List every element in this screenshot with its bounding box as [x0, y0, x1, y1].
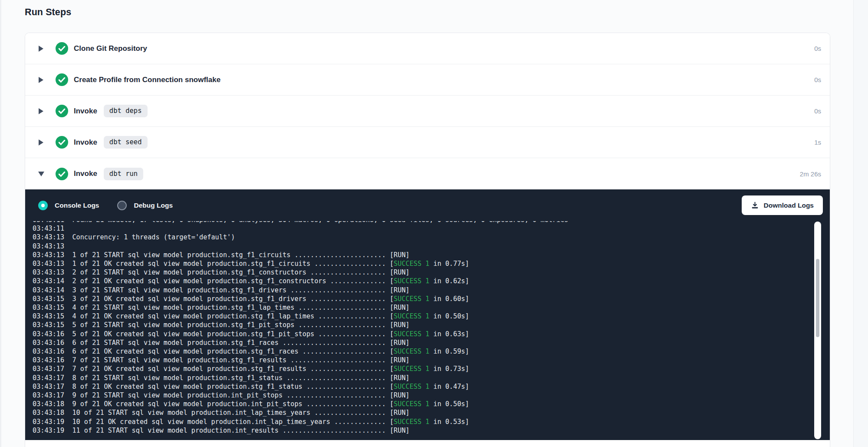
- step-title: Invoke: [74, 107, 97, 116]
- step-command-badge: dbt seed: [104, 136, 148, 149]
- debug-logs-tab[interactable]: Debug Logs: [117, 201, 173, 210]
- log-line: 03:43:17 8 of 21 OK created sql view mod…: [33, 382, 830, 391]
- log-line: 03:43:13 1 of 21 OK created sql view mod…: [33, 259, 830, 268]
- expand-chevron-icon[interactable]: [39, 139, 43, 146]
- log-line: 03:43:18 10 of 21 START sql view model p…: [33, 408, 830, 417]
- log-line: 03:43:13 2 of 21 START sql view model pr…: [33, 268, 830, 277]
- log-viewport[interactable]: 03:43:11 Found 21 models, 17 tests, 0 sn…: [25, 221, 830, 440]
- step-row[interactable]: Invoke dbt seed 1s: [25, 127, 830, 158]
- step-row[interactable]: Create Profile from Connection snowflake…: [25, 64, 830, 96]
- step-title: Invoke: [74, 138, 97, 147]
- log-line: 03:43:19 10 of 21 OK created sql view mo…: [33, 417, 830, 426]
- step-duration: 0s: [814, 76, 821, 83]
- step-success-check-icon: [56, 73, 68, 86]
- log-line: 03:43:13 1 of 21 START sql view model pr…: [33, 251, 830, 259]
- console-toolbar: Console Logs Debug Logs Download Logs: [25, 189, 830, 221]
- log-scrollbar-track[interactable]: [814, 222, 821, 439]
- download-logs-button[interactable]: Download Logs: [742, 195, 823, 215]
- log-line: 03:43:16 7 of 21 START sql view model pr…: [33, 356, 830, 364]
- debug-logs-label: Debug Logs: [134, 202, 173, 209]
- step-title: Clone Git Repository: [74, 44, 147, 53]
- log-line: 03:43:11: [33, 224, 830, 233]
- log-line: 03:43:17 7 of 21 OK created sql view mod…: [33, 364, 830, 373]
- step-command-badge: dbt run: [104, 168, 143, 180]
- log-line: 03:43:17 8 of 21 START sql view model pr…: [33, 374, 830, 382]
- log-line: 03:43:18 9 of 21 OK created sql view mod…: [33, 400, 830, 408]
- log-lines: 03:43:11 Found 21 models, 17 tests, 0 sn…: [33, 221, 830, 435]
- log-line: 03:43:19 11 of 21 START sql view model p…: [33, 426, 830, 435]
- download-logs-label: Download Logs: [764, 202, 814, 209]
- step-duration: 2m 26s: [800, 170, 821, 178]
- run-steps-card: Clone Git Repository 0s Create Profile f…: [25, 33, 830, 447]
- step-success-check-icon: [56, 168, 68, 180]
- log-line: 03:43:14 3 of 21 START sql view model pr…: [33, 286, 830, 295]
- step-title: Create Profile from Connection snowflake: [74, 76, 220, 84]
- console-logs-tab[interactable]: Console Logs: [38, 201, 99, 210]
- step-row[interactable]: Invoke dbt run 2m 26s: [25, 158, 830, 189]
- log-line: 03:43:16 5 of 21 OK created sql view mod…: [33, 330, 830, 338]
- log-line: 03:43:16 6 of 21 START sql view model pr…: [33, 338, 830, 347]
- console-panel: Console Logs Debug Logs Download Logs 03…: [25, 189, 830, 440]
- step-command-badge: dbt deps: [104, 105, 148, 117]
- radio-unselected-icon[interactable]: [117, 201, 127, 210]
- steps-list: Clone Git Repository 0s Create Profile f…: [25, 33, 830, 189]
- log-scrollbar-thumb[interactable]: [816, 259, 819, 337]
- log-line: 03:43:13: [33, 242, 830, 251]
- console-logs-label: Console Logs: [55, 202, 99, 209]
- step-duration: 1s: [814, 139, 821, 146]
- log-line: 03:43:15 3 of 21 OK created sql view mod…: [33, 295, 830, 303]
- expand-chevron-icon[interactable]: [39, 46, 43, 52]
- step-success-check-icon: [56, 42, 68, 55]
- log-line: 03:43:15 4 of 21 START sql view model pr…: [33, 303, 830, 312]
- step-title: Invoke: [74, 169, 97, 178]
- log-line: 03:43:17 9 of 21 START sql view model pr…: [33, 391, 830, 400]
- log-line: 03:43:15 4 of 21 OK created sql view mod…: [33, 312, 830, 321]
- radio-selected-icon[interactable]: [38, 201, 48, 210]
- download-icon: [751, 201, 759, 209]
- step-duration: 0s: [814, 107, 821, 115]
- step-success-check-icon: [56, 136, 68, 149]
- right-rail: [853, 0, 868, 447]
- step-row[interactable]: Clone Git Repository 0s: [25, 33, 830, 64]
- page-title: Run Steps: [25, 7, 71, 18]
- window-left-edge: [0, 0, 1, 447]
- log-line: 03:43:11 Found 21 models, 17 tests, 0 sn…: [33, 221, 830, 224]
- log-line: 03:43:13 Concurrency: 1 threads (target=…: [33, 233, 830, 242]
- expand-chevron-icon[interactable]: [38, 172, 44, 176]
- log-line: 03:43:14 2 of 21 OK created sql view mod…: [33, 277, 830, 285]
- log-line: 03:43:16 6 of 21 OK created sql view mod…: [33, 347, 830, 356]
- step-duration: 0s: [814, 45, 821, 52]
- step-success-check-icon: [56, 105, 68, 117]
- expand-chevron-icon[interactable]: [39, 77, 43, 83]
- step-row[interactable]: Invoke dbt deps 0s: [25, 96, 830, 127]
- expand-chevron-icon[interactable]: [39, 108, 43, 114]
- log-line: 03:43:15 5 of 21 START sql view model pr…: [33, 321, 830, 329]
